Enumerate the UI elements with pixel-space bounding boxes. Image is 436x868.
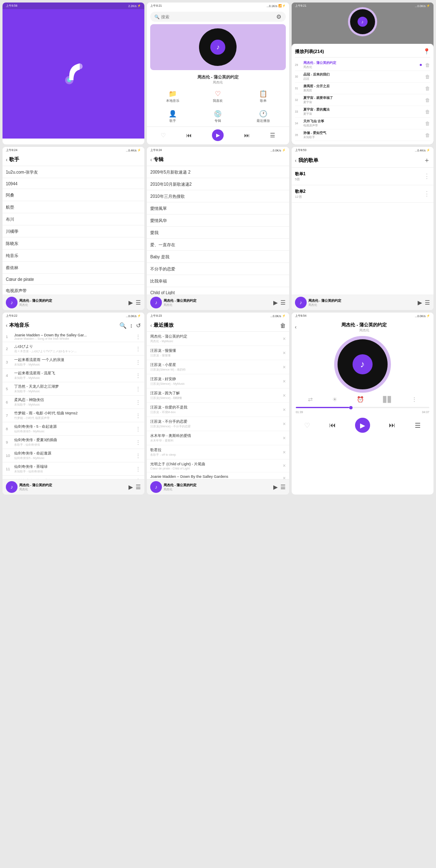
menu-playlists[interactable]: 📋 歌单 — [241, 88, 286, 105]
playlist-item[interactable]: 33 夏宇宙 - 爱的魔法 夏宇宙 🗑 — [295, 106, 430, 118]
recent-item[interactable]: 光明之子 (Child of Light) - 片尾曲 Cœur de pira… — [147, 459, 289, 472]
alarm-icon[interactable]: ⏰ — [357, 396, 364, 403]
more-icon[interactable]: ⋮ — [411, 396, 417, 403]
playlist-item[interactable]: 歌单1 5首 ⋮ — [292, 168, 433, 185]
sort-icon[interactable]: ↕ — [130, 322, 133, 329]
list-item[interactable]: 比我幸福 — [147, 275, 289, 287]
back-button[interactable]: ‹ — [6, 323, 8, 328]
playlist-item[interactable]: 30 品冠 - 后来的我们 品冠 🗑 — [295, 71, 430, 83]
delete-icon[interactable]: 🗑 — [425, 121, 430, 126]
remove-btn[interactable]: × — [283, 378, 286, 384]
playlist-item[interactable]: 32 夏宇宙 - 就要幸福了 夏宇宙 🗑 — [295, 94, 430, 106]
list-item[interactable]: 不分手的恋爱 — [147, 263, 289, 275]
mini-queue-btn[interactable]: ☰ — [136, 484, 141, 490]
list-item[interactable]: 爱、一直存在 — [147, 239, 289, 251]
local-item[interactable]: 4 一起来看流星雨 - 流星飞 未知歌手 - MyMusic ⋮ — [3, 369, 144, 382]
local-item[interactable]: 10 仙剑奇侠传 - 命起逢源 仙剑奇侠传5 - MyMusic ⋮ — [3, 449, 144, 462]
like-btn[interactable]: ♡ — [161, 132, 166, 139]
queue-btn[interactable]: ☰ — [270, 132, 275, 139]
more-icon[interactable]: ⋮ — [135, 452, 141, 459]
remove-btn[interactable]: × — [283, 421, 286, 427]
recent-item[interactable]: 歌君拉 各歌手 - off to sleep × — [147, 445, 289, 459]
playlist-item[interactable]: 歌单2 12首 ⋮ — [292, 185, 433, 203]
next-btn[interactable]: ⏭ — [244, 132, 250, 139]
local-item[interactable]: 8 仙剑奇侠传 - 5 - 命起途源 仙剑奇侠传5 - MyMusic ⋮ — [3, 422, 144, 436]
list-item[interactable]: Cœur de pirate — [3, 274, 144, 285]
play-button[interactable]: ▶ — [212, 129, 224, 141]
remove-btn[interactable]: × — [283, 449, 286, 455]
local-item[interactable]: 2 ふゆびより 花々木音楽 - ふゆびよりTVアニメ(ゆるキャン... ⋮ — [3, 342, 144, 356]
playlist-item[interactable]: 35 孙俪 - 爱如空气 未知歌手 🗑 — [295, 129, 430, 141]
recent-item[interactable]: 汪苏泷 - 你爱的不是我 汪苏泷 - 环境M-box × — [147, 403, 289, 417]
brightness-icon[interactable]: ☀ — [332, 396, 338, 403]
more-icon[interactable]: ⋮ — [135, 346, 141, 352]
local-item[interactable]: 5 丁浩然 - 天龙八部之江湖梦 未知歌手 - MyMusic ⋮ — [3, 382, 144, 396]
list-item[interactable]: 川橘學 — [3, 225, 144, 237]
more-icon[interactable]: ⋮ — [135, 333, 141, 340]
recent-item[interactable]: 汪苏泷 - 因为了解 汪苏泷(Silence) - 聊聊懂 × — [147, 389, 289, 403]
list-item[interactable]: 蔡依林 — [3, 262, 144, 274]
menu-local-music[interactable]: 📁 本地音乐 — [150, 88, 195, 105]
delete-icon[interactable]: 🗑 — [425, 97, 430, 103]
more-icon[interactable]: ⋮ — [135, 466, 141, 472]
add-button[interactable]: ＋ — [423, 156, 430, 165]
mini-play-btn[interactable]: ▶ — [273, 484, 278, 490]
menu-favorites[interactable]: ♡ 我喜欢 — [196, 88, 240, 105]
location-icon[interactable]: 📍 — [423, 48, 430, 55]
more-icon[interactable]: ⋮ — [135, 359, 141, 366]
delete-icon[interactable]: 🗑 — [425, 109, 430, 115]
local-item[interactable]: 3 一起来看流星雨 一个人的浪漫 未知歌手 - MyMusic ⋮ — [3, 356, 144, 369]
remove-btn[interactable]: × — [283, 393, 286, 399]
back-button[interactable]: ‹ — [295, 324, 297, 330]
mini-queue-btn[interactable]: ☰ — [280, 484, 286, 490]
like-btn[interactable]: ♡ — [304, 421, 310, 429]
local-item[interactable]: 6 柔风恋 - 神隐侠侣 未知歌手 - MyMusic ⋮ — [3, 396, 144, 409]
delete-icon[interactable]: 🗑 — [425, 74, 430, 80]
local-item[interactable]: 9 仙剑奇侠传 - 爱夏3的插曲 各歌手 - 仙剑奇侠传 ⋮ — [3, 436, 144, 449]
more-icon[interactable]: ⋮ — [135, 399, 141, 406]
more-icon[interactable]: ⋮ — [135, 439, 141, 446]
playlist-item[interactable]: 31 唐禹哲 - 分开之后 唐禹哲 🗑 — [295, 83, 430, 94]
clear-icon[interactable]: 🗑 — [280, 322, 286, 329]
list-item[interactable]: 纯音乐 — [3, 250, 144, 262]
list-item[interactable]: 2009年5月新歌速递 2 — [147, 166, 289, 178]
list-item[interactable]: 1u2u.com-张学友 — [3, 166, 144, 178]
list-item[interactable]: 愛我 — [147, 227, 289, 239]
delete-icon[interactable]: 🗑 — [425, 132, 430, 138]
search-bar[interactable]: 🔍 ⚙ — [150, 12, 285, 22]
mini-queue-btn[interactable]: ☰ — [280, 299, 286, 306]
recent-item[interactable]: 汪苏泷 - 不分手的恋爱 汪苏泷(Silence) - 不分手的恋爱 × — [147, 417, 289, 431]
back-button[interactable]: ‹ — [6, 157, 8, 163]
mini-play-btn[interactable]: ▶ — [273, 299, 278, 306]
list-item[interactable]: 2010年10月新歌速递2 — [147, 178, 289, 190]
list-item[interactable]: 航塋 — [3, 201, 144, 213]
more-icon[interactable]: ⋮ — [135, 372, 141, 379]
playlist-item[interactable]: 29 周杰伦 - 蒲公英的约定 周杰伦 🗑 — [295, 59, 430, 71]
list-item[interactable]: 10944 — [3, 178, 144, 189]
list-item[interactable]: 愛情风华 — [147, 214, 289, 227]
delete-icon[interactable]: 🗑 — [425, 62, 430, 68]
queue-btn[interactable]: ☰ — [415, 421, 421, 429]
recent-item[interactable]: 汪苏泷 - 小星星 汪苏泷(Silence W) - 南韵特 × — [147, 360, 289, 374]
recent-item[interactable]: 周杰伦 - 蒲公英的约定 周杰伦 - MyMusic × — [147, 332, 289, 346]
local-item[interactable]: 11 仙剑奇侠传 - 茶端绿 未知歌手 - 仙剑奇侠传 ⋮ — [3, 462, 144, 476]
back-button[interactable]: ‹ — [150, 323, 152, 328]
more-icon[interactable]: ⋮ — [135, 426, 141, 432]
menu-artists[interactable]: 👤 歌手 — [150, 108, 195, 125]
local-item[interactable]: 7 竹梦能 - 雨 - 电影 小时代 组曲 Mqms2 竹梦能 - 小时代 场景… — [3, 409, 144, 422]
back-button[interactable]: ‹ — [295, 158, 297, 164]
progress-handle[interactable] — [349, 406, 353, 409]
remove-btn[interactable]: × — [283, 435, 286, 441]
search-icon[interactable]: 🔍 — [119, 322, 126, 329]
mini-queue-btn[interactable]: ☰ — [136, 299, 141, 306]
remove-btn[interactable]: × — [283, 364, 286, 370]
list-item[interactable]: 阿桑 — [3, 189, 144, 201]
mini-play-btn[interactable]: ▶ — [129, 299, 133, 306]
more-icon[interactable]: ⋮ — [423, 190, 430, 198]
list-item[interactable]: 愛情風單 — [147, 202, 289, 214]
remove-btn[interactable]: × — [283, 350, 286, 356]
refresh-icon[interactable]: ↺ — [136, 322, 141, 329]
playlist-item[interactable]: 34 天外飞仙 古筝 电视原声带 🗑 — [295, 118, 430, 129]
list-item[interactable]: 布川 — [3, 213, 144, 225]
equalizer-icon[interactable]: ▊▊ — [383, 396, 392, 403]
